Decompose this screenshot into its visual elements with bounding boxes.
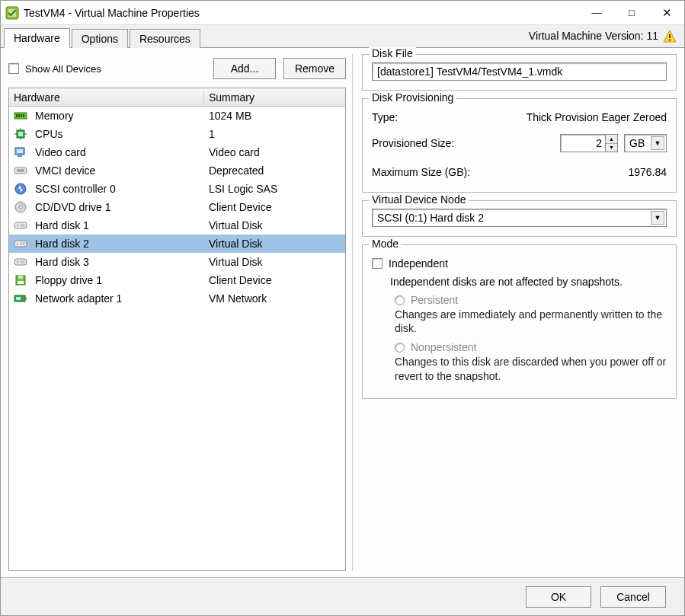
- prov-size-input[interactable]: [560, 134, 606, 152]
- hw-summary: Client Device: [204, 201, 345, 213]
- show-all-devices-wrap[interactable]: Show All Devices: [8, 63, 206, 75]
- table-row[interactable]: Hard disk 1Virtual Disk: [9, 216, 345, 235]
- hw-name: SCSI controller 0: [35, 183, 116, 195]
- scsi-icon: [14, 183, 27, 195]
- tab-row: Hardware Options Resources Virtual Machi…: [1, 25, 684, 48]
- svg-rect-19: [17, 169, 24, 172]
- tab-hardware[interactable]: Hardware: [4, 28, 70, 48]
- memory-icon: [14, 110, 27, 122]
- hw-name: Hard disk 1: [35, 219, 89, 231]
- hw-summary: Deprecated: [204, 164, 345, 177]
- mode-independent-desc: Independent disks are not affected by sn…: [390, 276, 667, 288]
- tab-resources[interactable]: Resources: [130, 29, 200, 48]
- table-row[interactable]: Memory1024 MB: [9, 107, 345, 125]
- svg-rect-2: [669, 34, 671, 38]
- prov-size-spinner[interactable]: ▲ ▼: [560, 134, 618, 152]
- cd-icon: [14, 201, 27, 213]
- warning-icon: [663, 30, 677, 43]
- virtual-device-node-group: Virtual Device Node SCSI (0:1) Hard disk…: [362, 200, 677, 237]
- video-icon: [14, 146, 27, 158]
- tab-options[interactable]: Options: [72, 29, 128, 48]
- hardware-table-body: Memory1024 MBCPUs1Video cardVideo cardVM…: [9, 107, 345, 308]
- svg-rect-34: [18, 281, 24, 284]
- hw-name: CPUs: [35, 128, 63, 140]
- col-header-hardware[interactable]: Hardware: [9, 91, 204, 104]
- prov-max-label: Maximum Size (GB):: [372, 166, 628, 178]
- window-title: TestVM4 - Virtual Machine Properties: [24, 7, 200, 19]
- hw-name: Floppy drive 1: [35, 274, 102, 286]
- table-row[interactable]: Network adapter 1VM Network: [9, 289, 345, 308]
- hw-name: Memory: [35, 110, 74, 122]
- table-row[interactable]: Hard disk 3Virtual Disk: [9, 253, 345, 271]
- table-row[interactable]: VMCI deviceDeprecated: [9, 161, 345, 180]
- svg-rect-17: [18, 155, 22, 157]
- mode-group: Mode Independent Independent disks are n…: [362, 244, 677, 399]
- col-header-summary[interactable]: Summary: [204, 91, 345, 104]
- svg-point-24: [17, 225, 18, 226]
- vm-properties-window: TestVM4 - Virtual Machine Properties — □…: [0, 0, 685, 616]
- vdn-legend: Virtual Device Node: [369, 193, 469, 206]
- mode-independent-label: Independent: [389, 257, 448, 270]
- mode-persistent-label: Persistent: [411, 294, 458, 306]
- hw-summary: VM Network: [204, 292, 345, 305]
- table-row[interactable]: SCSI controller 0LSI Logic SAS: [9, 180, 345, 198]
- hw-name: CD/DVD drive 1: [35, 201, 111, 213]
- disk-provisioning-group: Disk Provisioning Type: Thick Provision …: [362, 98, 677, 193]
- maximize-button[interactable]: □: [614, 1, 649, 25]
- left-pane: Show All Devices Add... Remove Hardware …: [8, 54, 353, 571]
- svg-rect-28: [20, 242, 25, 245]
- prov-size-down[interactable]: ▼: [606, 144, 617, 152]
- vsphere-icon: [5, 6, 19, 20]
- hw-summary: Virtual Disk: [204, 238, 345, 250]
- vdn-value: SCSI (0:1) Hard disk 2: [377, 212, 484, 224]
- vmci-icon: [14, 164, 27, 177]
- svg-rect-36: [16, 297, 21, 300]
- cancel-button[interactable]: Cancel: [600, 586, 666, 608]
- show-all-devices-checkbox[interactable]: [8, 63, 19, 74]
- content-area: Show All Devices Add... Remove Hardware …: [1, 48, 684, 577]
- svg-rect-10: [18, 132, 23, 136]
- hw-summary: Video card: [204, 146, 345, 158]
- table-row[interactable]: CD/DVD drive 1Client Device: [9, 198, 345, 216]
- disk-file-legend: Disk File: [369, 47, 416, 59]
- hw-summary: Virtual Disk: [204, 219, 345, 231]
- ok-button[interactable]: OK: [526, 586, 591, 608]
- hw-summary: LSI Logic SAS: [204, 183, 345, 195]
- mode-persistent-radio[interactable]: [395, 295, 405, 305]
- add-button[interactable]: Add...: [213, 58, 276, 79]
- hw-summary: 1024 MB: [204, 110, 345, 122]
- svg-point-30: [17, 261, 18, 263]
- disk-icon: [14, 238, 27, 250]
- prov-size-up[interactable]: ▲: [606, 135, 617, 144]
- prov-type-label: Type:: [372, 111, 527, 123]
- nic-icon: [14, 292, 27, 305]
- vdn-select[interactable]: SCSI (0:1) Hard disk 2 ▼: [372, 209, 667, 227]
- close-button[interactable]: ✕: [649, 1, 684, 25]
- mode-independent-checkbox[interactable]: [372, 258, 383, 269]
- svg-point-27: [17, 243, 18, 244]
- svg-rect-8: [23, 114, 24, 117]
- mode-nonpersistent-label: Nonpersistent: [411, 341, 476, 353]
- dialog-footer: OK Cancel: [1, 577, 684, 615]
- mode-legend: Mode: [369, 238, 402, 250]
- mode-persistent-desc: Changes are immediately and permanently …: [395, 308, 667, 335]
- mode-nonpersistent-radio[interactable]: [395, 343, 405, 353]
- disk-file-path[interactable]: [datastore1] TestVM4/TestVM4_1.vmdk: [372, 62, 667, 81]
- prov-size-label: Provisioned Size:: [372, 137, 560, 149]
- svg-rect-5: [16, 114, 18, 117]
- table-row[interactable]: Hard disk 2Virtual Disk: [9, 235, 345, 253]
- table-row[interactable]: Floppy drive 1Client Device: [9, 271, 345, 289]
- hardware-table-header: Hardware Summary: [9, 88, 345, 107]
- hw-name: VMCI device: [35, 164, 95, 177]
- minimize-button[interactable]: —: [579, 1, 614, 25]
- hardware-toolbar: Show All Devices Add... Remove: [8, 54, 346, 83]
- disk-provisioning-legend: Disk Provisioning: [369, 91, 456, 104]
- table-row[interactable]: Video cardVideo card: [9, 143, 345, 161]
- table-row[interactable]: CPUs1: [9, 125, 345, 143]
- remove-button[interactable]: Remove: [283, 58, 346, 79]
- hw-name: Hard disk 2: [35, 238, 89, 250]
- prov-size-unit-select[interactable]: GB ▼: [624, 134, 667, 152]
- svg-rect-37: [25, 297, 27, 300]
- prov-max-value: 1976.84: [628, 166, 667, 178]
- svg-rect-6: [18, 114, 20, 117]
